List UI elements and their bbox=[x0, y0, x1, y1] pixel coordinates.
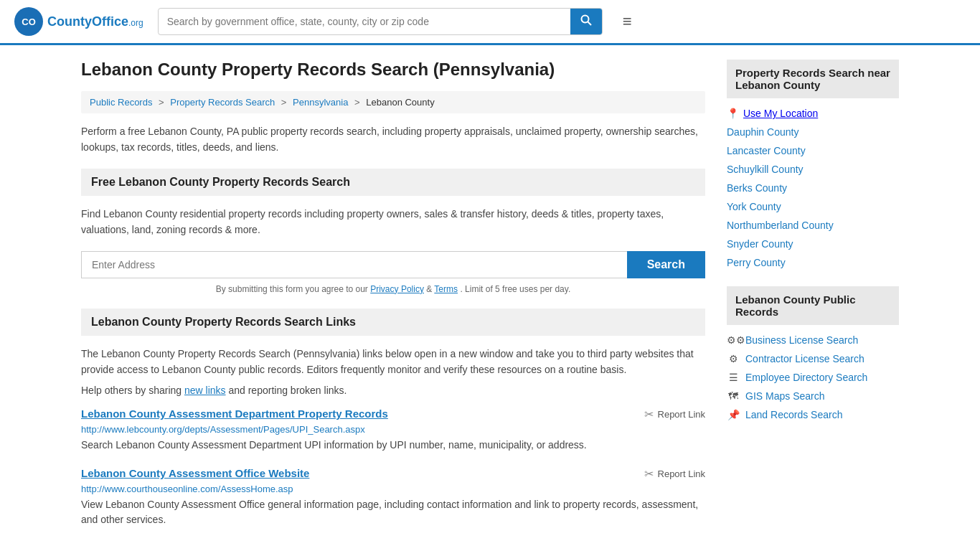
map-icon: 🗺 bbox=[727, 390, 740, 402]
list-item: Lancaster County bbox=[727, 141, 899, 160]
share-line: Help others by sharing new links and rep… bbox=[81, 385, 705, 396]
global-search-bar bbox=[158, 8, 603, 35]
use-my-location-item: 📍 Use My Location bbox=[727, 104, 899, 123]
logo-link[interactable]: CO CountyOffice.org bbox=[14, 7, 143, 36]
report-icon: ✂ bbox=[644, 408, 654, 421]
logo-text: CountyOffice.org bbox=[47, 14, 143, 29]
county-link[interactable]: Dauphin County bbox=[727, 126, 798, 138]
gear-icon: ⚙⚙ bbox=[727, 334, 740, 346]
record-url: http://www.courthouseonline.com/AssessHo… bbox=[81, 484, 705, 494]
sidebar: Property Records Search near Lebanon Cou… bbox=[727, 60, 899, 542]
links-section-header: Lebanon County Property Records Search L… bbox=[81, 309, 705, 336]
svg-point-2 bbox=[581, 16, 588, 23]
county-link[interactable]: Lancaster County bbox=[727, 145, 806, 156]
public-records-link[interactable]: Land Records Search bbox=[745, 409, 842, 420]
free-search-description: Find Lebanon County residential property… bbox=[81, 206, 705, 238]
list-item: Schuylkill County bbox=[727, 160, 899, 179]
public-records-section: Lebanon County Public Records ⚙⚙ Busines… bbox=[727, 286, 899, 424]
svg-text:CO: CO bbox=[22, 17, 36, 27]
list-item: ⚙ Contractor License Search bbox=[727, 349, 899, 368]
record-description: View Lebanon County Assessment Office ge… bbox=[81, 497, 705, 527]
free-search-header: Free Lebanon County Property Records Sea… bbox=[81, 169, 705, 196]
public-records-header: Lebanon County Public Records bbox=[727, 286, 899, 325]
links-description: The Lebanon County Property Records Sear… bbox=[81, 346, 705, 378]
privacy-policy-link[interactable]: Privacy Policy bbox=[370, 284, 424, 294]
page-title: Lebanon County Property Records Search (… bbox=[81, 60, 705, 80]
nearby-counties-list: Dauphin County Lancaster County Schuylki… bbox=[727, 123, 899, 272]
page-description: Perform a free Lebanon County, PA public… bbox=[81, 123, 705, 156]
list-item: Perry County bbox=[727, 253, 899, 272]
list-item: 📌 Land Records Search bbox=[727, 405, 899, 424]
report-link-button[interactable]: ✂ Report Link bbox=[644, 467, 705, 481]
content-area: Lebanon County Property Records Search (… bbox=[81, 60, 705, 542]
nearby-counties-header: Property Records Search near Lebanon Cou… bbox=[727, 60, 899, 98]
county-link[interactable]: Perry County bbox=[727, 257, 786, 268]
logo-icon: CO bbox=[14, 7, 43, 36]
list-item: Northumberland County bbox=[727, 216, 899, 235]
record-title-link[interactable]: Lebanon County Assessment Department Pro… bbox=[81, 408, 388, 420]
record-title-link[interactable]: Lebanon County Assessment Office Website bbox=[81, 467, 309, 479]
county-link[interactable]: Snyder County bbox=[727, 238, 793, 250]
list-item: York County bbox=[727, 197, 899, 216]
county-link[interactable]: Northumberland County bbox=[727, 220, 834, 231]
report-link-label: Report Link bbox=[658, 468, 705, 479]
public-records-list: ⚙⚙ Business License Search ⚙ Contractor … bbox=[727, 331, 899, 424]
new-links-link[interactable]: new links bbox=[184, 385, 226, 396]
breadcrumb-pennsylvania[interactable]: Pennsylvania bbox=[293, 97, 348, 108]
pin-icon: 📌 bbox=[727, 409, 740, 420]
breadcrumb-property-records-search[interactable]: Property Records Search bbox=[170, 97, 275, 108]
county-link[interactable]: Schuylkill County bbox=[727, 164, 804, 175]
main-container: Lebanon County Property Records Search (… bbox=[60, 45, 920, 551]
public-records-link[interactable]: GIS Maps Search bbox=[745, 390, 825, 402]
breadcrumb-current: Lebanon County bbox=[366, 97, 434, 108]
public-records-link[interactable]: Employee Directory Search bbox=[745, 372, 867, 383]
nearby-counties-section: Property Records Search near Lebanon Cou… bbox=[727, 60, 899, 272]
record-item: Lebanon County Assessment Office Website… bbox=[81, 467, 705, 527]
hamburger-menu-button[interactable]: ≡ bbox=[617, 9, 638, 34]
search-submit-button[interactable]: Search bbox=[627, 251, 705, 278]
search-input-row: Search bbox=[81, 251, 705, 278]
record-item-header: Lebanon County Assessment Office Website… bbox=[81, 467, 705, 481]
list-item: ☰ Employee Directory Search bbox=[727, 368, 899, 387]
list-item: Berks County bbox=[727, 179, 899, 197]
report-icon: ✂ bbox=[644, 467, 654, 481]
breadcrumb-public-records[interactable]: Public Records bbox=[90, 97, 152, 108]
breadcrumb: Public Records > Property Records Search… bbox=[81, 91, 705, 113]
county-link[interactable]: Berks County bbox=[727, 182, 787, 194]
record-url: http://www.lebcounty.org/depts/Assessmen… bbox=[81, 424, 705, 435]
gear-icon: ⚙ bbox=[727, 353, 740, 364]
report-link-button[interactable]: ✂ Report Link bbox=[644, 408, 705, 421]
location-dot-icon: 📍 bbox=[727, 108, 739, 119]
global-search-button[interactable] bbox=[570, 9, 602, 34]
record-item-header: Lebanon County Assessment Department Pro… bbox=[81, 408, 705, 421]
report-link-label: Report Link bbox=[658, 409, 705, 420]
list-item: ⚙⚙ Business License Search bbox=[727, 331, 899, 349]
list-icon: ☰ bbox=[727, 372, 740, 383]
address-input[interactable] bbox=[81, 251, 627, 278]
links-section: Lebanon County Property Records Search L… bbox=[81, 309, 705, 528]
list-item: Dauphin County bbox=[727, 123, 899, 141]
record-item: Lebanon County Assessment Department Pro… bbox=[81, 408, 705, 453]
record-description: Search Lebanon County Assessment Departm… bbox=[81, 438, 705, 453]
public-records-link[interactable]: Contractor License Search bbox=[745, 353, 864, 364]
list-item: Snyder County bbox=[727, 235, 899, 253]
use-my-location-link[interactable]: Use My Location bbox=[743, 108, 818, 119]
terms-link[interactable]: Terms bbox=[434, 284, 458, 294]
address-search-form: Search By submitting this form you agree… bbox=[81, 251, 705, 294]
global-search-input[interactable] bbox=[159, 10, 570, 33]
public-records-link[interactable]: Business License Search bbox=[745, 334, 858, 346]
list-item: 🗺 GIS Maps Search bbox=[727, 387, 899, 405]
svg-line-3 bbox=[588, 22, 591, 26]
form-note: By submitting this form you agree to our… bbox=[81, 284, 705, 294]
header: CO CountyOffice.org ≡ bbox=[0, 0, 980, 45]
county-link[interactable]: York County bbox=[727, 201, 781, 212]
